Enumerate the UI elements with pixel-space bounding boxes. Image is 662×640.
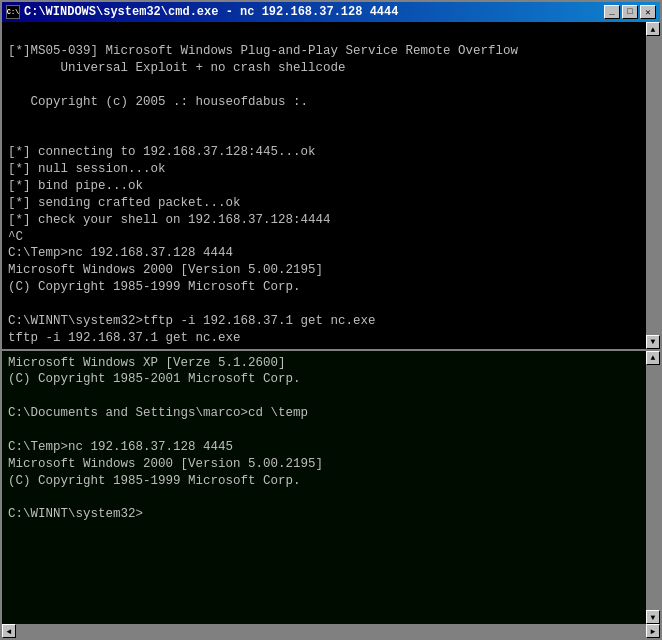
bottom-scrollbar[interactable]: ▲ ▼ bbox=[646, 351, 660, 624]
bottom-terminal-pane[interactable]: Microsoft Windows XP [Verze 5.1.2600] (C… bbox=[2, 351, 660, 624]
title-bar-buttons: _ □ ✕ bbox=[604, 5, 656, 19]
scroll-down-button[interactable]: ▼ bbox=[646, 335, 660, 349]
bottom-scroll-up-button[interactable]: ▲ bbox=[646, 351, 660, 365]
minimize-button[interactable]: _ bbox=[604, 5, 620, 19]
window-title: C:\WINDOWS\system32\cmd.exe - nc 192.168… bbox=[24, 5, 398, 19]
cmd-window: C:\ C:\WINDOWS\system32\cmd.exe - nc 192… bbox=[0, 0, 662, 640]
scroll-up-button[interactable]: ▲ bbox=[646, 22, 660, 36]
scroll-track-bottom bbox=[646, 365, 660, 610]
horizontal-scrollbar[interactable]: ◄ ► bbox=[2, 624, 660, 638]
top-scrollbar[interactable]: ▲ ▼ bbox=[646, 22, 660, 349]
title-bar: C:\ C:\WINDOWS\system32\cmd.exe - nc 192… bbox=[2, 2, 660, 22]
top-terminal-pane[interactable]: [*]MS05-039] Microsoft Windows Plug-and-… bbox=[2, 22, 660, 351]
scroll-right-button[interactable]: ► bbox=[646, 624, 660, 638]
maximize-button[interactable]: □ bbox=[622, 5, 638, 19]
scroll-left-button[interactable]: ◄ bbox=[2, 624, 16, 638]
bottom-scroll-down-button[interactable]: ▼ bbox=[646, 610, 660, 624]
cmd-icon: C:\ bbox=[6, 5, 20, 19]
close-button[interactable]: ✕ bbox=[640, 5, 656, 19]
top-terminal-text: [*]MS05-039] Microsoft Windows Plug-and-… bbox=[8, 26, 654, 351]
bottom-terminal-text: Microsoft Windows XP [Verze 5.1.2600] (C… bbox=[8, 355, 654, 524]
content-area: [*]MS05-039] Microsoft Windows Plug-and-… bbox=[2, 22, 660, 638]
scroll-track-top bbox=[646, 36, 660, 335]
title-bar-left: C:\ C:\WINDOWS\system32\cmd.exe - nc 192… bbox=[6, 5, 398, 19]
